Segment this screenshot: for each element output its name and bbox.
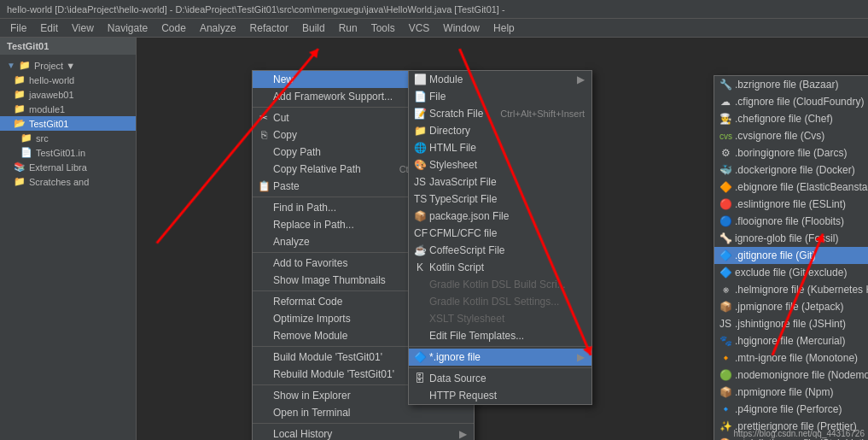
watermark: https://blog.csdn.net/qq_44316726 — [734, 429, 865, 438]
ignore-bzr[interactable]: 🔧 .bzrignore file (Bazaar) — [714, 76, 868, 93]
ignore-git-exclude-icon: 🔷 — [719, 267, 731, 279]
new-js-file[interactable]: JS JavaScript File — [409, 173, 591, 191]
new-file[interactable]: 📄 File — [409, 88, 591, 105]
ignore-docker[interactable]: 🐳 .dockerignore file (Docker) — [714, 161, 868, 179]
menu-edit[interactable]: Edit — [33, 21, 65, 36]
ignore-helm-icon: ⎈ — [719, 284, 731, 296]
cfml-icon: CF — [414, 227, 426, 239]
new-gradle-settings: Gradle Kotlin DSL Settings... — [409, 293, 591, 310]
new-directory[interactable]: 📁 Directory — [409, 122, 591, 139]
new-scratch-file[interactable]: 📝 Scratch FileCtrl+Alt+Shift+Insert — [409, 105, 591, 122]
sidebar-item-javaweb01[interactable]: 📁 javaweb01 — [0, 87, 136, 102]
ignore-git-exclude[interactable]: 🔷 exclude file (Git exclude) — [714, 264, 868, 281]
menu-code[interactable]: Code — [154, 21, 193, 36]
ignore-nodemon-icon: 🟢 — [719, 369, 731, 381]
ignore-perforce[interactable]: 🔹 .p4ignore file (Perforce) — [714, 401, 868, 418]
ignore-npm-icon: 📦 — [719, 386, 731, 398]
html-icon: 🌐 — [414, 142, 426, 154]
new-module[interactable]: ⬜ Module▶ — [409, 71, 591, 88]
ignore-perforce-icon: 🔹 — [719, 403, 731, 415]
sidebar-item-scratches[interactable]: 📁 Scratches and — [0, 174, 136, 189]
ignore-floobits-icon: 🔵 — [719, 215, 731, 227]
new-ignore-file[interactable]: 🔷 *.ignore file▶ — [409, 349, 591, 366]
context-menu-ignore: 🔧 .bzrignore file (Bazaar) ☁ .cfignore f… — [714, 75, 868, 440]
ignore-helm[interactable]: ⎈ .helmignore file (Kubernetes Helm) — [714, 281, 868, 298]
sidebar-project-tab[interactable]: ▼ 📁 Project ▼ — [0, 58, 136, 73]
ignore-jshint[interactable]: JS .jshintignore file (JSHint) — [714, 315, 868, 332]
sidebar-item-hello-world[interactable]: 📁 hello-world — [0, 73, 136, 87]
ignore-nodemon[interactable]: 🟢 .nodemonignore file (Nodemon) — [714, 367, 868, 384]
content-area: New▶ Add Framework Support... ✂ CutCtrl+… — [137, 38, 868, 440]
ignore-chef[interactable]: 👨‍🍳 .chefignore file (Chef) — [714, 110, 868, 127]
ctx-local-history[interactable]: Local History▶ — [253, 425, 474, 440]
menu-file[interactable]: File — [3, 21, 33, 36]
new-ts-file[interactable]: TS TypeScript File — [409, 191, 591, 208]
new-coffeescript[interactable]: ☕ CoffeeScript File — [409, 242, 591, 259]
menu-navigate[interactable]: Navigate — [101, 21, 154, 36]
ignore-prettier-icon: ✨ — [719, 420, 731, 432]
title-bar: hello-world [D:\ideaProject\hello-world]… — [0, 0, 868, 19]
ignore-eslint-icon: 🔴 — [719, 198, 731, 210]
kotlin-icon: K — [414, 261, 426, 273]
sidebar-item-testgit01-iml[interactable]: 📄 TestGit01.in — [0, 145, 136, 160]
new-stylesheet[interactable]: 🎨 Stylesheet — [409, 156, 591, 173]
sidebar-item-external-lib[interactable]: 📚 External Libra — [0, 160, 136, 174]
ignore-mercurial[interactable]: 🐾 .hgignore file (Mercurial) — [714, 332, 868, 349]
module-icon: ⬜ — [414, 73, 426, 85]
datasource-icon: 🗄 — [414, 373, 426, 384]
menu-help[interactable]: Help — [486, 21, 521, 36]
new-kotlin-script[interactable]: K Kotlin Script — [409, 259, 591, 276]
new-package-json[interactable]: 📦 package.json File — [409, 208, 591, 225]
ignore-fossil-icon: 🦴 — [719, 232, 731, 244]
new-data-source[interactable]: 🗄 Data Source — [409, 370, 591, 387]
ignore-darcs[interactable]: ⚙ .boringignore file (Darcs) — [714, 144, 868, 161]
sidebar-item-src[interactable]: 📁 src — [0, 131, 136, 145]
ignore-jetpack-icon: 📦 — [719, 301, 731, 313]
ignore-bzr-icon: 🔧 — [719, 79, 731, 91]
ignore-git-icon: 🔷 — [719, 249, 731, 261]
context-menu-new: ⬜ Module▶ 📄 File 📝 Scratch FileCtrl+Alt+… — [408, 70, 592, 405]
new-edit-file-templates[interactable]: Edit File Templates... — [409, 327, 591, 344]
new-xslt: XSLT Stylesheet — [409, 310, 591, 327]
sidebar-title: TestGit01 — [7, 41, 49, 51]
separator-new-1 — [409, 346, 591, 347]
ignore-monotone[interactable]: 🔸 .mtn-ignore file (Monotone) — [714, 349, 868, 367]
menu-refactor[interactable]: Refactor — [243, 21, 295, 36]
separator-7 — [253, 423, 474, 424]
sidebar: TestGit01 ▼ 📁 Project ▼ 📁 hello-world 📁 … — [0, 38, 137, 440]
menu-vcs[interactable]: VCS — [402, 21, 437, 36]
ignore-cvs[interactable]: cvs .cvsignore file (Cvs) — [714, 127, 868, 144]
ignore-jetpack[interactable]: 📦 .jpmignore file (Jetpack) — [714, 298, 868, 315]
new-html[interactable]: 🌐 HTML File — [409, 139, 591, 156]
ts-icon: TS — [414, 193, 426, 205]
new-cfml[interactable]: CF CFML/CFC file — [409, 225, 591, 242]
ignore-jshint-icon: JS — [719, 318, 731, 330]
menu-analyze[interactable]: Analyze — [193, 21, 243, 36]
ignore-floobits[interactable]: 🔵 .flooignore file (Floobits) — [714, 213, 868, 230]
menu-view[interactable]: View — [65, 21, 101, 36]
main-area: TestGit01 ▼ 📁 Project ▼ 📁 hello-world 📁 … — [0, 38, 868, 440]
title-text: hello-world [D:\ideaProject\hello-world]… — [7, 4, 505, 15]
coffee-icon: ☕ — [414, 244, 426, 256]
menu-build[interactable]: Build — [295, 21, 332, 36]
ignore-git[interactable]: 🔷 .gitignore file (Git) — [714, 247, 868, 264]
new-gradle-build: Gradle Kotlin DSL Build Scri... — [409, 276, 591, 293]
cut-icon: ✂ — [258, 112, 270, 124]
ignore-npm[interactable]: 📦 .npmignore file (Npm) — [714, 384, 868, 401]
sidebar-item-module1[interactable]: 📁 module1 — [0, 102, 136, 116]
sidebar-item-testgit01[interactable]: 📂 TestGit01 — [0, 116, 136, 131]
ignore-cf-icon: ☁ — [719, 96, 731, 108]
new-http-request[interactable]: HTTP Request — [409, 387, 591, 404]
ignore-fossil[interactable]: 🦴 ignore-glob file (Fossil) — [714, 230, 868, 247]
ignore-cf[interactable]: ☁ .cfignore file (CloudFoundry) — [714, 93, 868, 110]
ignore-elastic[interactable]: 🔶 .ebignore file (ElasticBeanstalk) — [714, 179, 868, 196]
ignore-docker-icon: 🐳 — [719, 164, 731, 176]
menu-tools[interactable]: Tools — [364, 21, 402, 36]
file-icon: 📄 — [414, 91, 426, 103]
menu-run[interactable]: Run — [332, 21, 364, 36]
ignore-chef-icon: 👨‍🍳 — [719, 113, 731, 125]
menu-window[interactable]: Window — [436, 21, 486, 36]
ignore-eslint[interactable]: 🔴 .eslintignore file (ESLint) — [714, 196, 868, 213]
ctx-open-terminal[interactable]: Open in Terminal — [253, 404, 474, 421]
js-icon: JS — [414, 176, 426, 188]
